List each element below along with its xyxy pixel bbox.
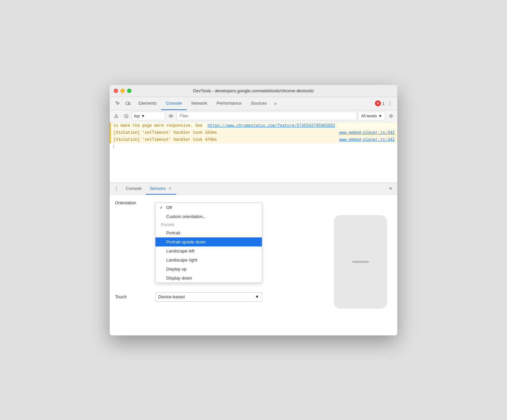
- error-icon: ✕: [375, 100, 381, 106]
- svg-rect-1: [129, 103, 130, 105]
- log-level-selector[interactable]: All levels ▼: [358, 112, 385, 120]
- filter-input[interactable]: [177, 112, 357, 120]
- context-selector[interactable]: top ▼: [132, 112, 165, 120]
- phone-notch: [352, 261, 369, 263]
- bottom-tabs-bar: ⋮ Console Sensors × ×: [110, 183, 397, 195]
- tab-sources[interactable]: Sources: [246, 97, 272, 110]
- svg-point-7: [170, 115, 172, 117]
- clear-console-button[interactable]: [112, 112, 120, 120]
- dropdown-item-custom[interactable]: Custom orientation...: [156, 212, 262, 221]
- error-badge: ✕ 1: [375, 100, 385, 106]
- orientation-row: Orientation Off Custom orientation... Pr…: [115, 200, 392, 205]
- orientation-label: Orientation: [115, 200, 155, 205]
- dropdown-separator-presets: Presets: [156, 221, 262, 228]
- touch-label: Touch: [115, 294, 155, 299]
- maximize-button[interactable]: [127, 89, 131, 93]
- console-toolbar: top ▼ All levels ▼ ⚙: [110, 110, 397, 122]
- svg-point-4: [116, 117, 116, 117]
- bottom-tabs-menu[interactable]: ⋮: [112, 185, 120, 193]
- orientation-dropdown-menu: Off Custom orientation... Presets Portra…: [155, 203, 262, 283]
- log-link-2[interactable]: www-embed-player.js:342: [339, 130, 395, 135]
- window-title: DevTools - developers.google.com/web/too…: [193, 88, 314, 93]
- touch-selector[interactable]: Device-based ▼: [155, 292, 262, 302]
- bottom-panel: ⋮ Console Sensors × × Orientation Off: [110, 183, 397, 335]
- log-link[interactable]: https://www.chromestatus.com/feature/574…: [208, 123, 335, 128]
- devtools-menu-button[interactable]: ⋮: [385, 99, 395, 108]
- sensors-panel: Orientation Off Custom orientation... Pr…: [110, 195, 397, 335]
- phone-preview: [334, 215, 387, 309]
- error-count: 1: [382, 101, 385, 106]
- title-bar: DevTools - developers.google.com/web/too…: [110, 85, 397, 97]
- close-bottom-panel-button[interactable]: ×: [387, 185, 395, 193]
- main-tabs: Elements Console Network Performance Sou…: [134, 97, 372, 110]
- dropdown-item-landscape-right[interactable]: Landscape right: [156, 255, 262, 265]
- svg-line-6: [125, 115, 127, 117]
- device-toggle-button[interactable]: [123, 99, 133, 108]
- main-toolbar: Elements Console Network Performance Sou…: [110, 97, 397, 110]
- close-button[interactable]: [114, 89, 118, 93]
- eye-button[interactable]: [167, 112, 175, 120]
- console-output: to make the page more responsive. See ht…: [110, 122, 397, 183]
- dropdown-item-portrait-upside-down[interactable]: Portrait upside down: [156, 237, 262, 246]
- dropdown-item-portrait[interactable]: Portrait: [156, 228, 262, 237]
- more-tabs-button[interactable]: »: [272, 97, 279, 110]
- dropdown-item-landscape-left[interactable]: Landscape left: [156, 246, 262, 255]
- sensors-tab-close[interactable]: ×: [168, 186, 172, 191]
- minimize-button[interactable]: [120, 89, 125, 93]
- dropdown-item-off[interactable]: Off: [156, 203, 262, 212]
- pause-on-exceptions-button[interactable]: [122, 112, 130, 120]
- tab-network[interactable]: Network: [187, 97, 212, 110]
- select-element-button[interactable]: [112, 99, 122, 108]
- traffic-lights: [114, 89, 131, 93]
- devtools-window: DevTools - developers.google.com/web/too…: [110, 85, 397, 335]
- log-line: to make the page more responsive. See ht…: [110, 122, 397, 129]
- dropdown-item-display-down[interactable]: Display down: [156, 274, 262, 283]
- bottom-tab-console[interactable]: Console: [122, 183, 146, 195]
- expand-arrow[interactable]: ›: [110, 143, 397, 150]
- bottom-tab-sensors[interactable]: Sensors ×: [146, 183, 177, 195]
- tab-elements[interactable]: Elements: [134, 97, 161, 110]
- tab-performance[interactable]: Performance: [212, 97, 246, 110]
- tab-console[interactable]: Console: [161, 97, 187, 110]
- settings-button[interactable]: ⚙: [387, 112, 395, 120]
- dropdown-item-display-up[interactable]: Display up: [156, 265, 262, 274]
- log-link-3[interactable]: www-embed-player.js:342: [339, 137, 395, 142]
- svg-rect-0: [126, 102, 129, 105]
- log-line: [Violation] 'setTimeout' handler took 10…: [110, 129, 397, 136]
- log-line: [Violation] 'setTimeout' handler took 47…: [110, 136, 397, 143]
